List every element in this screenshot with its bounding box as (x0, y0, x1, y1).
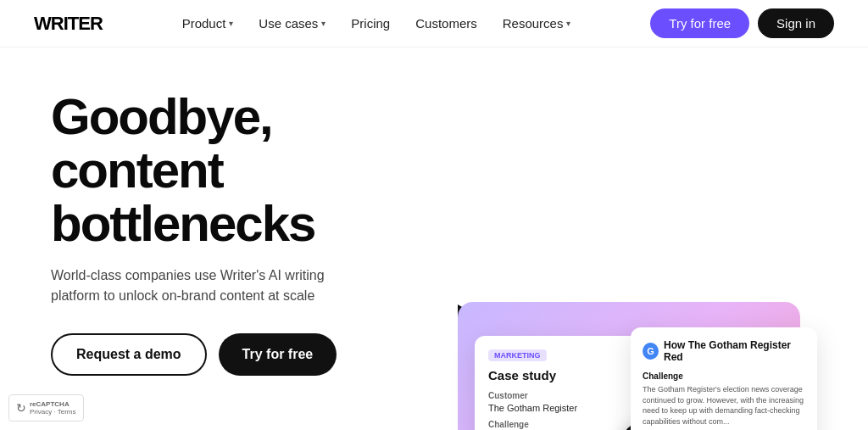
chevron-down-icon: ▾ (566, 19, 570, 28)
hero-left: Goodbye, content bottlenecks World-class… (51, 81, 407, 376)
card-badge: MARKETING (488, 349, 547, 361)
request-demo-button[interactable]: Request a demo (51, 333, 207, 376)
chevron-down-icon: ▾ (229, 19, 233, 28)
nav-customers[interactable]: Customers (415, 16, 477, 31)
navigation: WRITER Product ▾ Use cases ▾ Pricing Cus… (0, 0, 868, 47)
nav-links: Product ▾ Use cases ▾ Pricing Customers … (182, 16, 571, 31)
right-info-card: G How The Gotham Register Red Challenge … (631, 327, 817, 430)
recaptcha-icon: ↻ (16, 401, 26, 415)
nav-signin-button[interactable]: Sign in (758, 8, 834, 38)
nav-try-button[interactable]: Try for free (650, 8, 749, 38)
nav-actions: Try for free Sign in (650, 8, 834, 38)
hero-section: Goodbye, content bottlenecks World-class… (0, 47, 868, 430)
chevron-down-icon: ▾ (321, 19, 326, 28)
g-icon: G (643, 343, 659, 360)
right-challenge-text: The Gotham Register's election news cove… (643, 384, 805, 427)
hero-title: Goodbye, content bottlenecks (51, 90, 407, 250)
nav-resources[interactable]: Resources ▾ (503, 16, 571, 31)
try-free-button[interactable]: Try for free (219, 333, 337, 376)
nav-use-cases[interactable]: Use cases ▾ (259, 16, 326, 31)
recaptcha-badge: ↻ reCAPTCHA Privacy · Terms (8, 394, 84, 422)
hero-visual: MARKETING Case study Customer The Gotham… (458, 302, 817, 430)
logo[interactable]: WRITER (34, 13, 103, 35)
hero-buttons: Request a demo Try for free (51, 333, 407, 376)
nav-pricing[interactable]: Pricing (351, 16, 390, 31)
hero-subtitle: World-class companies use Writer's AI wr… (51, 265, 339, 306)
hero-right: MARKETING Case study Customer The Gotham… (458, 81, 817, 430)
right-challenge-label: Challenge (643, 371, 805, 381)
nav-product[interactable]: Product ▾ (182, 16, 234, 31)
right-card-title: G How The Gotham Register Red (643, 339, 805, 363)
